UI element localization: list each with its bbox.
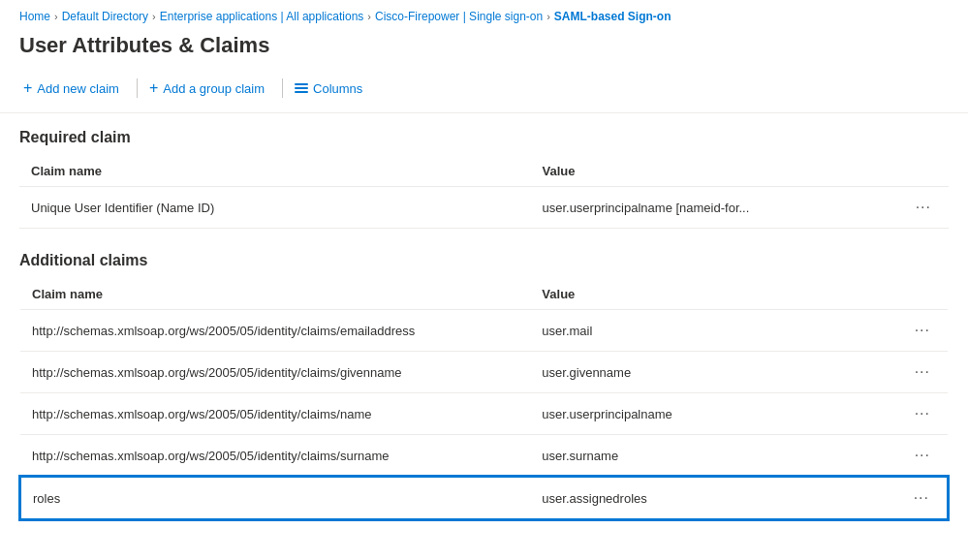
breadcrumb-sep-1: › bbox=[54, 11, 58, 22]
toolbar-divider bbox=[137, 78, 138, 98]
toolbar: + Add new claim + Add a group claim Colu… bbox=[0, 74, 968, 113]
required-claim-name-header: Claim name bbox=[19, 156, 530, 187]
additional-claim-name-header: Claim name bbox=[20, 279, 530, 310]
additional-claim-ellipsis-button[interactable]: ··· bbox=[909, 403, 936, 424]
additional-claim-value-cell: user.surname bbox=[530, 435, 855, 478]
additional-claim-row[interactable]: http://schemas.xmlsoap.org/ws/2005/05/id… bbox=[20, 435, 948, 478]
columns-label: Columns bbox=[313, 81, 362, 96]
additional-claim-value-cell: user.assignedroles bbox=[530, 477, 855, 519]
breadcrumb-home[interactable]: Home bbox=[19, 10, 50, 23]
additional-claim-actions-cell: ··· bbox=[855, 352, 948, 393]
required-claim-name-cell: Unique User Identifier (Name ID) bbox=[19, 187, 530, 229]
breadcrumb-saml: SAML-based Sign-on bbox=[554, 10, 671, 23]
additional-claims-table: Claim name Value http://schemas.xmlsoap.… bbox=[19, 279, 949, 520]
additional-claim-actions-cell: ··· bbox=[855, 477, 948, 519]
additional-claim-name-cell: http://schemas.xmlsoap.org/ws/2005/05/id… bbox=[20, 435, 530, 478]
breadcrumb-sep-4: › bbox=[546, 11, 550, 22]
breadcrumb-default-directory[interactable]: Default Directory bbox=[62, 10, 148, 23]
additional-claim-actions-cell: ··· bbox=[855, 393, 948, 435]
breadcrumb-sep-3: › bbox=[367, 11, 371, 22]
add-group-claim-button[interactable]: + Add a group claim bbox=[145, 74, 274, 103]
required-claim-value-cell: user.userprincipalname [nameid-for... bbox=[530, 187, 856, 229]
plus-icon-group-claim: + bbox=[149, 79, 158, 97]
additional-claim-name-cell: roles bbox=[20, 477, 530, 519]
additional-claim-actions-cell: ··· bbox=[855, 310, 948, 352]
columns-icon bbox=[295, 83, 308, 93]
page-title: User Attributes & Claims bbox=[0, 29, 968, 74]
additional-claim-row[interactable]: http://schemas.xmlsoap.org/ws/2005/05/id… bbox=[20, 393, 948, 435]
additional-claim-row[interactable]: http://schemas.xmlsoap.org/ws/2005/05/id… bbox=[20, 310, 948, 352]
additional-claim-row[interactable]: http://schemas.xmlsoap.org/ws/2005/05/id… bbox=[20, 352, 948, 393]
additional-claim-name-cell: http://schemas.xmlsoap.org/ws/2005/05/id… bbox=[20, 310, 530, 352]
additional-claim-value-cell: user.givenname bbox=[530, 352, 855, 393]
additional-actions-header bbox=[855, 279, 948, 310]
plus-icon-new-claim: + bbox=[23, 79, 32, 97]
additional-claim-name-cell: http://schemas.xmlsoap.org/ws/2005/05/id… bbox=[20, 352, 530, 393]
add-new-claim-button[interactable]: + Add new claim bbox=[19, 74, 129, 103]
breadcrumb-sep-2: › bbox=[152, 11, 156, 22]
breadcrumb-cisco-firepower[interactable]: Cisco-Firepower | Single sign-on bbox=[375, 10, 543, 23]
additional-claim-ellipsis-button[interactable]: ··· bbox=[908, 487, 935, 509]
content-area: Required claim Claim name Value Unique U… bbox=[0, 113, 968, 559]
required-claim-actions-cell: ··· bbox=[856, 187, 949, 229]
additional-claim-actions-cell: ··· bbox=[855, 435, 948, 478]
required-value-header: Value bbox=[530, 156, 856, 187]
additional-claim-value-cell: user.mail bbox=[530, 310, 855, 352]
required-claim-ellipsis-button[interactable]: ··· bbox=[910, 197, 937, 218]
required-claims-table: Claim name Value Unique User Identifier … bbox=[19, 156, 949, 229]
additional-value-header: Value bbox=[530, 279, 855, 310]
breadcrumb-enterprise-apps[interactable]: Enterprise applications | All applicatio… bbox=[160, 10, 364, 23]
add-group-claim-label: Add a group claim bbox=[163, 81, 265, 96]
toolbar-divider-2 bbox=[282, 78, 283, 98]
required-claims-header-row: Claim name Value bbox=[19, 156, 949, 187]
additional-claim-value-cell: user.userprincipalname bbox=[530, 393, 855, 435]
required-actions-header bbox=[856, 156, 949, 187]
required-claim-row[interactable]: Unique User Identifier (Name ID) user.us… bbox=[19, 187, 949, 229]
additional-claims-header-row: Claim name Value bbox=[20, 279, 948, 310]
additional-claim-ellipsis-button[interactable]: ··· bbox=[909, 445, 936, 466]
add-new-claim-label: Add new claim bbox=[37, 81, 119, 96]
additional-claim-ellipsis-button[interactable]: ··· bbox=[909, 361, 936, 383]
breadcrumb: Home › Default Directory › Enterprise ap… bbox=[0, 0, 968, 29]
additional-claims-section-title: Additional claims bbox=[19, 252, 949, 269]
additional-claim-name-cell: http://schemas.xmlsoap.org/ws/2005/05/id… bbox=[20, 393, 530, 435]
required-claims-section-title: Required claim bbox=[19, 129, 949, 146]
additional-claim-ellipsis-button[interactable]: ··· bbox=[909, 320, 936, 341]
columns-button[interactable]: Columns bbox=[291, 76, 366, 102]
additional-claim-row[interactable]: roles user.assignedroles ··· bbox=[20, 477, 948, 519]
